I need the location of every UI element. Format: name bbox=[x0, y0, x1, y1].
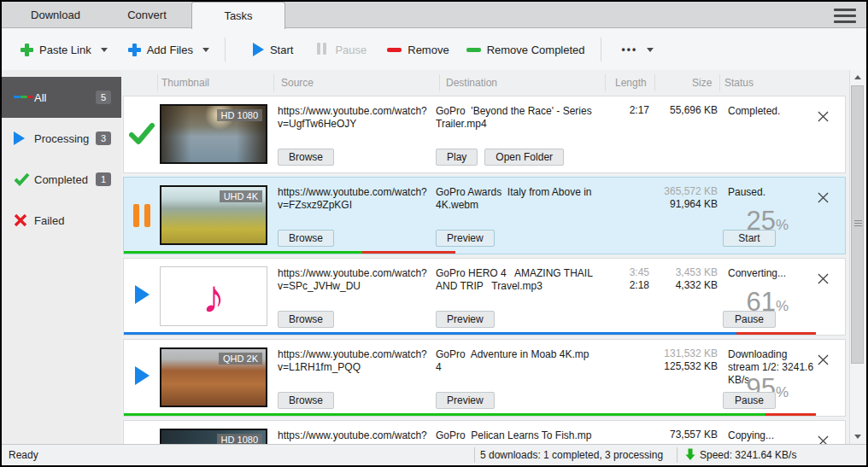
sidebar-item-completed[interactable]: Completed 1 bbox=[2, 159, 121, 200]
column-header-status[interactable]: Status bbox=[724, 77, 754, 89]
table-row[interactable]: QHD 2K https://www.youtube.com/watch?v=L… bbox=[123, 339, 846, 417]
remove-completed-button[interactable]: Remove Completed bbox=[460, 38, 592, 61]
close-icon[interactable] bbox=[816, 433, 830, 444]
row-state-cell bbox=[124, 429, 160, 444]
count-badge: 1 bbox=[96, 172, 111, 186]
audio-thumbnail-music-note: ♪ bbox=[160, 266, 267, 326]
preview-button[interactable]: Preview bbox=[436, 230, 495, 247]
add-files-button[interactable]: Add Files bbox=[121, 38, 216, 61]
pause-task-button[interactable]: Pause bbox=[723, 311, 776, 328]
row-state-cell bbox=[124, 347, 160, 416]
table-row[interactable]: HD 1080 https://www.youtube.com/watch?v=… bbox=[123, 96, 846, 173]
close-icon[interactable] bbox=[816, 108, 830, 127]
close-cell bbox=[816, 185, 845, 254]
play-file-button[interactable]: Play bbox=[436, 149, 478, 166]
preview-button[interactable]: Preview bbox=[436, 392, 495, 409]
column-header-source[interactable]: Source bbox=[281, 77, 314, 89]
column-header-size[interactable]: Size bbox=[692, 77, 712, 89]
close-icon[interactable] bbox=[816, 190, 830, 208]
source-cell: https://www.youtube.com/watch?v=L1RH1fm_… bbox=[271, 347, 436, 416]
thumbnail-cell: HD 1080 bbox=[160, 104, 271, 172]
close-icon[interactable] bbox=[816, 271, 830, 289]
failed-x-icon bbox=[14, 213, 34, 227]
table-row[interactable]: UHD 4K https://www.youtube.com/watch?v=F… bbox=[123, 177, 846, 254]
table-header: Thumbnail Source Destination Length Size… bbox=[121, 70, 849, 96]
table-row[interactable]: HD 1080 https://www.youtube.com/watch?v=… bbox=[123, 420, 846, 444]
minus-icon bbox=[466, 48, 481, 52]
destination-filename: GoPro HERO 4 AMAZING THAILAND TRIP Trave… bbox=[436, 267, 595, 311]
progress-segment bbox=[124, 413, 765, 416]
source-url: https://www.youtube.com/watch?v=L1RH1fm_… bbox=[278, 348, 429, 392]
length-cell: 2:17 bbox=[603, 104, 649, 172]
size-total: 131,532 KB bbox=[649, 347, 718, 360]
sidebar-item-failed[interactable]: Failed bbox=[2, 200, 121, 241]
column-separator bbox=[157, 74, 158, 91]
destination-filename: GoPro Adventure in Moab 4K.mp4 bbox=[436, 348, 595, 392]
close-icon[interactable] bbox=[816, 352, 830, 371]
browse-button[interactable]: Browse bbox=[278, 311, 334, 328]
source-cell: https://www.youtube.com/watch?v=SPc_JVHw… bbox=[271, 266, 436, 335]
paste-link-button[interactable]: Paste Link bbox=[14, 38, 114, 61]
chevron-down-icon bbox=[647, 48, 654, 52]
thumbnail-cell: ♪ bbox=[160, 266, 271, 335]
tab-download[interactable]: Download bbox=[9, 2, 103, 28]
row-state-cell bbox=[124, 266, 160, 335]
pause-task-button[interactable]: Pause bbox=[723, 392, 776, 409]
scroll-down-icon[interactable] bbox=[850, 429, 865, 444]
ready-status: Ready bbox=[9, 449, 38, 461]
status-cell: Downloading stream 1/2: 3241.6 KB/s 95% … bbox=[718, 347, 816, 416]
length-cell bbox=[603, 429, 649, 444]
start-label: Start bbox=[270, 44, 293, 56]
menu-icon[interactable] bbox=[834, 9, 856, 23]
browse-button[interactable]: Browse bbox=[278, 149, 334, 166]
browse-button[interactable]: Browse bbox=[278, 230, 334, 247]
column-separator bbox=[273, 74, 274, 91]
vertical-scrollbar[interactable] bbox=[849, 70, 865, 444]
sidebar-item-label: All bbox=[34, 91, 46, 104]
app-window: Download Convert Tasks Paste Link Add Fi… bbox=[0, 0, 868, 467]
source-url: https://www.youtube.com/watch?v=UgfTw6He… bbox=[278, 105, 429, 149]
sidebar-item-label: Processing bbox=[34, 132, 89, 145]
scrollbar-thumb[interactable] bbox=[851, 85, 864, 364]
size-done: 91,964 KB bbox=[649, 198, 718, 211]
column-header-destination[interactable]: Destination bbox=[446, 77, 497, 89]
scroll-up-icon[interactable] bbox=[850, 70, 865, 85]
more-actions-button[interactable]: ••• bbox=[615, 38, 661, 61]
size-cell: 131,532 KB 125,532 KB bbox=[649, 347, 718, 416]
column-header-thumbnail[interactable]: Thumbnail bbox=[161, 77, 209, 89]
chevron-down-icon[interactable] bbox=[202, 48, 209, 52]
remove-button[interactable]: Remove bbox=[380, 38, 455, 61]
plus-icon bbox=[21, 44, 33, 56]
size-done: 125,532 KB bbox=[649, 360, 718, 373]
remove-completed-label: Remove Completed bbox=[487, 44, 585, 56]
progress-segment bbox=[124, 251, 362, 254]
all-tasks-icon bbox=[14, 96, 34, 100]
start-task-button[interactable]: Start bbox=[723, 230, 776, 247]
sidebar-item-all[interactable]: All 5 bbox=[2, 77, 121, 118]
sidebar-item-processing[interactable]: Processing 3 bbox=[2, 118, 121, 159]
ellipsis-icon: ••• bbox=[622, 44, 638, 55]
destination-cell: GoPro Adventure in Moab 4K.mp4 Preview bbox=[436, 347, 603, 416]
length-total: 3:45 bbox=[603, 266, 649, 279]
source-cell: https://www.youtube.com/watch?v=UgfTw6He… bbox=[271, 104, 436, 172]
size-cell: 365,572 KB 91,964 KB bbox=[649, 185, 718, 254]
pause-state-icon bbox=[133, 204, 150, 254]
statusbar-separator bbox=[474, 447, 475, 463]
speed-text: Speed: 3241.64 KB/s bbox=[700, 449, 796, 461]
status-cell: Completed. bbox=[718, 104, 816, 172]
close-cell bbox=[816, 429, 845, 444]
browse-button[interactable]: Browse bbox=[278, 392, 334, 409]
pause-button[interactable]: Pause bbox=[310, 38, 373, 62]
download-arrow-icon bbox=[685, 448, 695, 461]
scrollbar-grip bbox=[854, 220, 862, 228]
table-row[interactable]: ♪ https://www.youtube.com/watch?v=SPc_JV… bbox=[123, 258, 846, 336]
chevron-down-icon[interactable] bbox=[101, 48, 108, 52]
toolbar-separator bbox=[601, 38, 601, 61]
column-separator bbox=[719, 74, 720, 91]
open-folder-button[interactable]: Open Folder bbox=[484, 149, 564, 166]
preview-button[interactable]: Preview bbox=[436, 311, 495, 328]
tab-tasks[interactable]: Tasks bbox=[191, 2, 285, 29]
start-button[interactable]: Start bbox=[246, 38, 300, 61]
tab-convert[interactable]: Convert bbox=[100, 2, 194, 28]
column-header-length[interactable]: Length bbox=[615, 77, 647, 89]
